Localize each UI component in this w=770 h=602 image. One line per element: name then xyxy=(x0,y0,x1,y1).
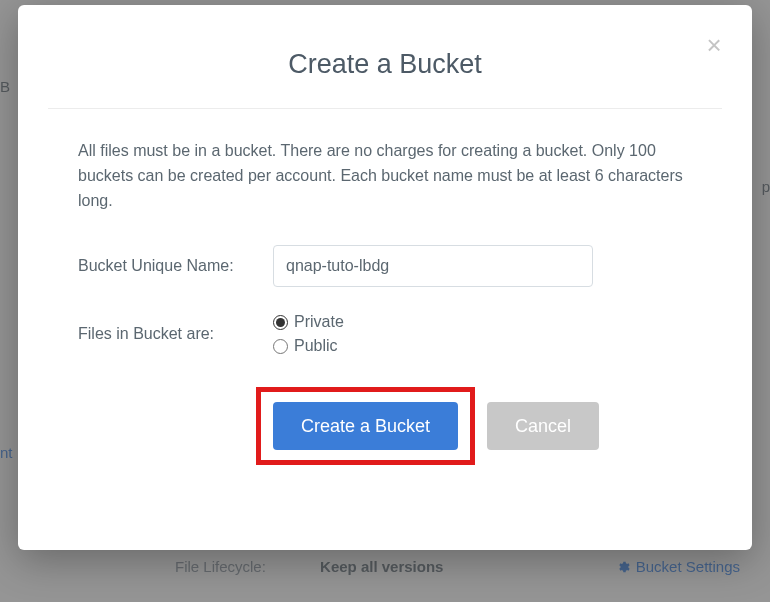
visibility-public-label[interactable]: Public xyxy=(294,337,338,355)
visibility-private-label[interactable]: Private xyxy=(294,313,344,331)
modal-title: Create a Bucket xyxy=(48,49,722,80)
visibility-label: Files in Bucket are: xyxy=(78,313,273,343)
divider xyxy=(48,108,722,109)
create-bucket-modal: × Create a Bucket All files must be in a… xyxy=(18,5,752,550)
bucket-name-row: Bucket Unique Name: xyxy=(48,245,722,287)
visibility-public-radio[interactable] xyxy=(273,339,288,354)
visibility-private-radio[interactable] xyxy=(273,315,288,330)
close-icon[interactable]: × xyxy=(702,35,726,59)
create-button-highlight: Create a Bucket xyxy=(256,387,475,465)
bucket-name-label: Bucket Unique Name: xyxy=(78,257,273,275)
bucket-name-input[interactable] xyxy=(273,245,593,287)
cancel-button[interactable]: Cancel xyxy=(487,402,599,450)
visibility-row: Files in Bucket are: Private Public xyxy=(48,313,722,361)
button-row: Create a Bucket Cancel xyxy=(48,387,722,465)
create-bucket-button[interactable]: Create a Bucket xyxy=(273,402,458,450)
modal-description: All files must be in a bucket. There are… xyxy=(48,139,722,213)
